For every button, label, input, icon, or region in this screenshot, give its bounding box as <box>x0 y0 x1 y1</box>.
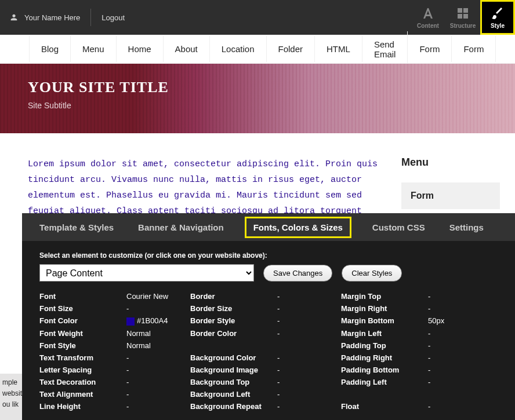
prop-value[interactable]: - <box>277 304 341 313</box>
tab-settings[interactable]: Settings <box>446 217 487 238</box>
prop-label: Text Alignment <box>39 390 126 399</box>
prop-label: Border Size <box>190 304 277 313</box>
prop-value[interactable]: - <box>428 402 463 411</box>
topbar: Your Name Here Logout Content Structure … <box>0 0 515 35</box>
logout-link[interactable]: Logout <box>101 13 125 22</box>
color-swatch <box>126 317 135 326</box>
prop-value[interactable]: - <box>277 316 341 326</box>
element-select[interactable]: Page Content <box>39 264 254 282</box>
prop-value[interactable]: - <box>277 402 341 411</box>
prop-value[interactable]: - <box>126 390 190 399</box>
user-name: Your Name Here <box>24 13 80 22</box>
prop-label: Background Left <box>190 390 277 399</box>
nav-item[interactable]: Folder <box>267 36 315 62</box>
structure-button[interactable]: Structure <box>445 0 480 35</box>
editor-body: Select an element to customize (or click… <box>22 241 515 420</box>
prop-value[interactable]: 50px <box>428 316 463 326</box>
prop-value[interactable]: - <box>126 353 190 362</box>
prop-value[interactable]: - <box>126 378 190 386</box>
prop-value[interactable]: - <box>277 390 341 399</box>
prop-label: Background Color <box>190 353 277 362</box>
prop-value[interactable]: Normal <box>126 329 190 338</box>
nav-item[interactable]: Menu <box>71 36 117 62</box>
prop-value[interactable]: - <box>428 366 463 374</box>
prop-value[interactable]: - <box>428 329 463 338</box>
prop-value[interactable]: Courier New <box>126 292 190 301</box>
sidebar-title: Menu <box>401 156 500 169</box>
frag-line: websit <box>2 388 21 399</box>
editor-panel: Template & Styles Banner & Navigation Fo… <box>22 213 515 420</box>
style-label: Style <box>491 23 505 29</box>
nav-item[interactable]: Blog <box>29 36 71 62</box>
prop-value[interactable]: #1B00A4 <box>126 316 190 326</box>
font-a-icon <box>421 6 435 20</box>
prop-label <box>190 341 277 350</box>
prop-label: Padding Bottom <box>341 366 428 374</box>
clear-styles-button[interactable]: Clear Styles <box>342 265 402 282</box>
prop-value[interactable]: - <box>126 366 190 374</box>
editor-tabs: Template & Styles Banner & Navigation Fo… <box>22 213 515 241</box>
prop-label: Letter Spacing <box>39 366 126 374</box>
tab-custom-css[interactable]: Custom CSS <box>369 217 429 238</box>
prop-label: Font Style <box>39 341 126 350</box>
prop-label: Margin Left <box>341 329 428 338</box>
content-label: Content <box>417 23 439 29</box>
save-changes-button[interactable]: Save Changes <box>263 265 332 282</box>
prop-label: Text Decoration <box>39 378 126 386</box>
blocks-icon <box>456 6 470 20</box>
sidebar-widget[interactable]: Form <box>401 182 500 209</box>
svg-rect-3 <box>463 14 468 19</box>
nav-item[interactable]: Form <box>452 36 496 62</box>
prop-value[interactable]: - <box>277 292 341 301</box>
prop-value[interactable]: - <box>428 378 463 386</box>
tab-template-styles[interactable]: Template & Styles <box>36 217 117 238</box>
site-subtitle[interactable]: Site Subtitle <box>28 101 487 110</box>
prop-label <box>341 390 428 399</box>
prop-label: Margin Right <box>341 304 428 313</box>
prop-value[interactable]: - <box>126 304 190 313</box>
banner: YOUR SITE TITLE Site Subtitle <box>0 64 515 133</box>
frag-line: ou lik <box>2 399 21 410</box>
content-button[interactable]: Content <box>411 0 445 35</box>
prop-value[interactable]: - <box>428 341 463 350</box>
prop-value[interactable]: - <box>277 366 341 374</box>
left-fragment: mple websit ou lik <box>0 374 23 420</box>
prop-label: Padding Left <box>341 378 428 386</box>
avatar-icon <box>9 13 19 22</box>
nav-item[interactable]: Form <box>408 36 452 62</box>
prop-label: Padding Top <box>341 341 428 350</box>
prop-value[interactable]: - <box>428 353 463 362</box>
editor-instruction: Select an element to customize (or click… <box>39 251 498 260</box>
prop-label: Text Transform <box>39 353 126 362</box>
prop-label: Border Style <box>190 316 277 326</box>
site-title[interactable]: YOUR SITE TITLE <box>28 79 487 96</box>
site-nav: Blog Menu Home About Location Folder HTM… <box>0 35 515 64</box>
svg-rect-1 <box>463 8 468 13</box>
prop-value[interactable]: - <box>277 378 341 386</box>
prop-value <box>428 390 463 399</box>
tab-fonts-colors-sizes[interactable]: Fonts, Colors & Sizes <box>245 217 351 238</box>
prop-label: Line Height <box>39 402 126 411</box>
prop-value[interactable]: - <box>277 353 341 362</box>
style-button[interactable]: Style <box>480 0 515 35</box>
prop-label: Background Repeat <box>190 402 277 411</box>
color-hex: #1B00A4 <box>137 316 168 325</box>
prop-value[interactable]: - <box>428 304 463 313</box>
prop-label: Font Size <box>39 304 126 313</box>
divider <box>90 9 91 26</box>
prop-value[interactable]: - <box>277 329 341 338</box>
nav-item[interactable]: About <box>164 36 210 62</box>
prop-value[interactable]: Normal <box>126 341 190 350</box>
nav-item[interactable]: HTML <box>315 36 362 62</box>
prop-label: Float <box>341 402 428 411</box>
prop-value[interactable]: - <box>428 292 463 301</box>
prop-label: Font Weight <box>39 329 126 338</box>
nav-item[interactable]: Location <box>210 36 267 62</box>
brush-icon <box>491 6 505 20</box>
prop-value[interactable]: - <box>126 402 190 411</box>
nav-item[interactable]: Home <box>117 36 164 62</box>
nav-item[interactable]: Send Email <box>362 31 408 67</box>
prop-label: Background Top <box>190 378 277 386</box>
svg-rect-0 <box>458 8 462 13</box>
tab-banner-navigation[interactable]: Banner & Navigation <box>135 217 227 238</box>
